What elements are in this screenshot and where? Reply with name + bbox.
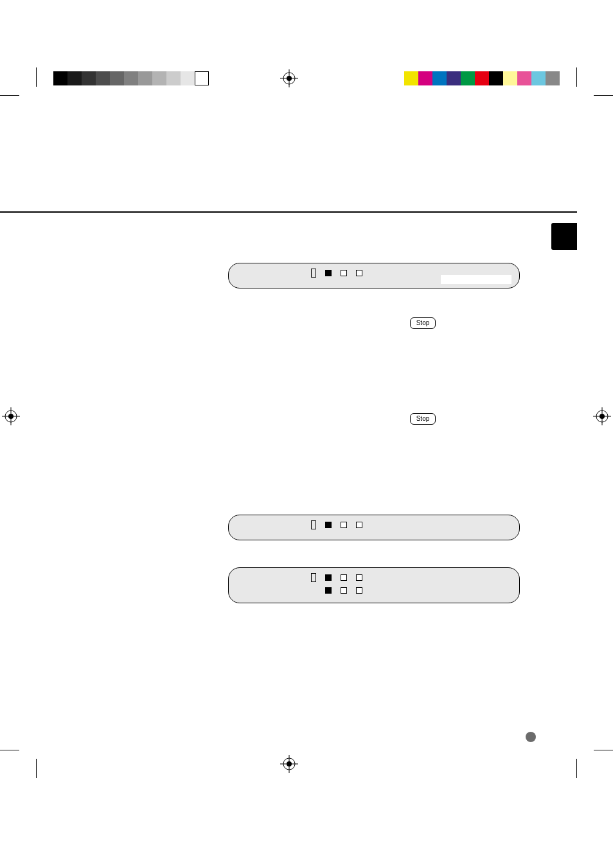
- grayscale-swatch-strip: [53, 71, 209, 85]
- swatch: [152, 71, 166, 85]
- lcd-icon-row: [311, 520, 362, 529]
- lcd-icon-row: [311, 269, 362, 278]
- swatch: [96, 71, 110, 85]
- swatch: [53, 71, 67, 85]
- registration-mark-icon: [280, 755, 298, 773]
- box-indicator-icon: [356, 574, 362, 581]
- swatch: [124, 71, 138, 85]
- crop-mark: [0, 95, 19, 96]
- swatch: [461, 71, 475, 85]
- header-divider: [0, 211, 577, 213]
- swatch: [432, 71, 447, 85]
- box-indicator-icon: [356, 587, 362, 594]
- swatch: [82, 71, 96, 85]
- swatch: [110, 71, 124, 85]
- swatch: [195, 71, 209, 85]
- lcd-display-panel: [228, 567, 520, 603]
- lcd-icon-row: [311, 573, 362, 582]
- swatch: [447, 71, 461, 85]
- crop-guide: [576, 759, 577, 778]
- swatch: [517, 71, 531, 85]
- stop-indicator-icon: [325, 574, 332, 581]
- crop-mark: [0, 750, 19, 750]
- swatch: [489, 71, 503, 85]
- cassette-icon: [311, 573, 316, 582]
- registration-mark-icon: [280, 69, 298, 87]
- stop-indicator-icon: [325, 270, 332, 276]
- swatch: [67, 71, 82, 85]
- crop-guide: [576, 67, 577, 87]
- swatch: [475, 71, 489, 85]
- crop-mark: [594, 95, 613, 96]
- box-indicator-icon: [341, 587, 347, 594]
- color-swatch-strip: [404, 71, 560, 85]
- lcd-sublabel-box: [441, 275, 511, 284]
- box-indicator-icon: [341, 574, 347, 581]
- lcd-display-panel: [228, 515, 520, 540]
- stop-indicator-icon: [325, 587, 332, 594]
- section-tab: [551, 223, 577, 250]
- swatch: [418, 71, 432, 85]
- swatch: [181, 71, 195, 85]
- page-number-dot: [526, 732, 536, 742]
- lcd-icon-row: [325, 587, 362, 594]
- box-indicator-icon: [341, 522, 347, 528]
- registration-mark-icon: [593, 407, 611, 425]
- swatch: [531, 71, 546, 85]
- cassette-icon: [311, 269, 316, 278]
- lcd-display-panel: [228, 263, 520, 288]
- registration-mark-icon: [2, 407, 20, 425]
- swatch: [166, 71, 181, 85]
- crop-guide: [36, 67, 37, 87]
- cassette-icon: [311, 520, 316, 529]
- stop-indicator-icon: [325, 522, 332, 528]
- box-indicator-icon: [356, 270, 362, 276]
- swatch: [138, 71, 152, 85]
- swatch: [546, 71, 560, 85]
- crop-guide: [36, 759, 37, 778]
- swatch: [404, 71, 418, 85]
- box-indicator-icon: [356, 522, 362, 528]
- swatch: [503, 71, 517, 85]
- box-indicator-icon: [341, 270, 347, 276]
- crop-mark: [594, 750, 613, 750]
- stop-button-icon: Stop: [410, 413, 436, 425]
- stop-button-icon: Stop: [410, 317, 436, 329]
